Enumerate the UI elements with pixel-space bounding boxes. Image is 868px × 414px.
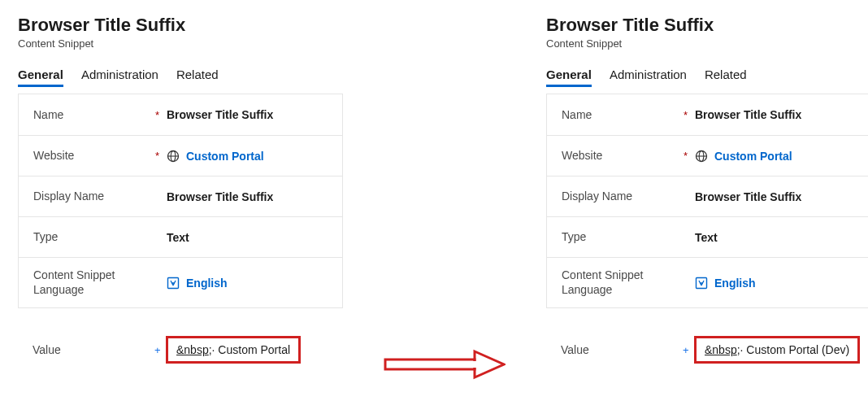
form-general: Name * Browser Title Suffix Website * Cu… bbox=[546, 94, 868, 308]
field-language[interactable]: Content Snippet Language English bbox=[547, 257, 868, 307]
page-title: Browser Title Suffix bbox=[546, 15, 868, 36]
tab-administration[interactable]: Administration bbox=[610, 68, 687, 87]
required-indicator: * bbox=[684, 150, 695, 162]
field-language-label: Content Snippet Language bbox=[562, 268, 684, 297]
required-indicator: * bbox=[684, 109, 695, 121]
field-displayname-label: Display Name bbox=[33, 190, 155, 204]
field-value[interactable]: Value + &nbsp;· Custom Portal bbox=[18, 336, 343, 364]
language-icon bbox=[167, 277, 180, 290]
tab-bar: General Administration Related bbox=[546, 68, 868, 87]
field-type-value: Text bbox=[695, 231, 718, 244]
field-displayname[interactable]: Display Name Browser Title Suffix bbox=[547, 176, 868, 216]
field-displayname-value: Browser Title Suffix bbox=[167, 190, 273, 203]
field-name[interactable]: Name * Browser Title Suffix bbox=[19, 94, 342, 135]
panel-right: Browser Title Suffix Content Snippet Gen… bbox=[546, 15, 868, 364]
svg-marker-5 bbox=[475, 351, 504, 377]
language-icon bbox=[695, 277, 708, 290]
tab-general[interactable]: General bbox=[18, 68, 63, 87]
field-value-box: &nbsp;· Custom Portal bbox=[166, 336, 301, 364]
panel-left: Browser Title Suffix Content Snippet Gen… bbox=[18, 15, 343, 364]
svg-rect-4 bbox=[385, 360, 475, 369]
value-entity-part: &nbsp bbox=[176, 343, 209, 356]
recommended-indicator: + bbox=[683, 344, 694, 356]
field-type[interactable]: Type Text bbox=[547, 216, 868, 257]
field-name-label: Name bbox=[562, 108, 684, 123]
tab-bar: General Administration Related bbox=[18, 68, 343, 87]
tab-administration[interactable]: Administration bbox=[81, 68, 158, 87]
recommended-indicator: + bbox=[154, 344, 166, 356]
field-language-value[interactable]: English bbox=[714, 277, 756, 290]
value-entity-part: &nbsp bbox=[705, 343, 737, 356]
arrow-right-icon bbox=[384, 348, 506, 381]
field-name[interactable]: Name * Browser Title Suffix bbox=[547, 94, 868, 135]
field-type-label: Type bbox=[562, 230, 684, 245]
field-website-label: Website bbox=[33, 149, 155, 163]
value-text-part: ;· Custom Portal bbox=[209, 343, 290, 356]
field-type-value: Text bbox=[167, 231, 189, 244]
required-indicator: * bbox=[155, 150, 167, 162]
field-name-label: Name bbox=[33, 108, 155, 123]
svg-rect-6 bbox=[471, 361, 478, 368]
field-value-box: &nbsp;· Custom Portal (Dev) bbox=[694, 336, 860, 364]
field-website-value[interactable]: Custom Portal bbox=[714, 150, 792, 163]
globe-icon bbox=[167, 150, 180, 163]
value-text-part: ;· Custom Portal (Dev) bbox=[737, 343, 849, 356]
field-language[interactable]: Content Snippet Language English bbox=[19, 257, 342, 307]
field-displayname-value: Browser Title Suffix bbox=[695, 190, 801, 203]
tab-related[interactable]: Related bbox=[176, 68, 219, 87]
field-name-value: Browser Title Suffix bbox=[167, 108, 273, 121]
required-indicator: * bbox=[155, 109, 167, 121]
field-displayname[interactable]: Display Name Browser Title Suffix bbox=[19, 176, 342, 216]
arrow-container bbox=[343, 15, 546, 397]
field-value-label: Value bbox=[561, 343, 683, 356]
entity-type-label: Content Snippet bbox=[18, 37, 343, 50]
field-language-label: Content Snippet Language bbox=[33, 268, 155, 297]
page-title: Browser Title Suffix bbox=[18, 15, 343, 36]
field-language-value[interactable]: English bbox=[186, 277, 228, 290]
field-name-value: Browser Title Suffix bbox=[695, 108, 801, 121]
field-type[interactable]: Type Text bbox=[19, 216, 342, 257]
field-type-label: Type bbox=[33, 230, 155, 245]
field-displayname-label: Display Name bbox=[562, 190, 684, 204]
entity-type-label: Content Snippet bbox=[546, 37, 868, 50]
field-website[interactable]: Website * Custom Portal bbox=[19, 135, 342, 176]
field-website-label: Website bbox=[562, 149, 684, 163]
form-general: Name * Browser Title Suffix Website * Cu… bbox=[18, 94, 343, 308]
field-value-label: Value bbox=[33, 343, 154, 356]
field-website[interactable]: Website * Custom Portal bbox=[547, 135, 868, 176]
globe-icon bbox=[695, 150, 708, 163]
field-value[interactable]: Value + &nbsp;· Custom Portal (Dev) bbox=[546, 336, 868, 364]
field-website-value[interactable]: Custom Portal bbox=[186, 150, 264, 163]
tab-general[interactable]: General bbox=[546, 68, 592, 87]
tab-related[interactable]: Related bbox=[705, 68, 747, 87]
